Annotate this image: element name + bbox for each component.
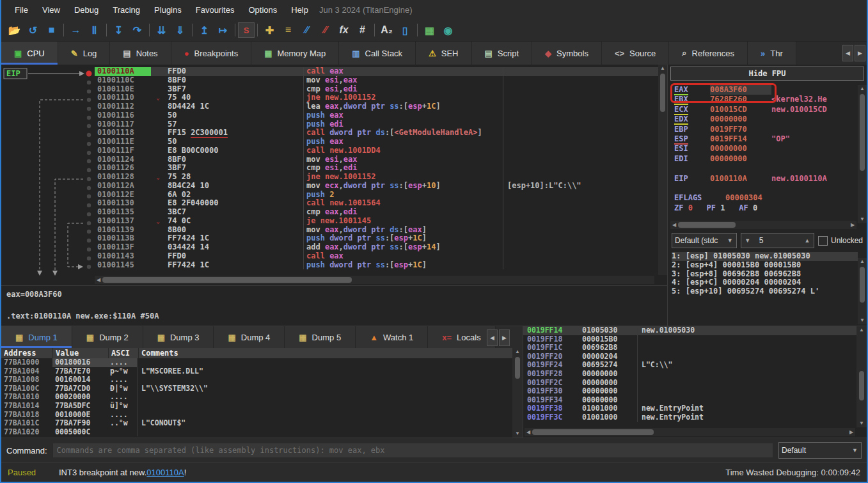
- tab-call-stack[interactable]: ▥Call Stack: [339, 42, 416, 65]
- menu-file[interactable]: File: [8, 3, 35, 17]
- arguments-list[interactable]: 1: [esp] 01005030 new.010050302: [esp+4]…: [668, 251, 867, 326]
- registers-list[interactable]: EAX008A3F60EBX7628E260<kernel32.HeECX010…: [668, 83, 867, 221]
- disasm-row[interactable]: 01001130E8 2F040000call new.1001564: [95, 199, 667, 208]
- device-icon[interactable]: ▯: [396, 22, 414, 38]
- dump-tab-watch-1[interactable]: ▲Watch 1: [356, 326, 428, 348]
- s-toggle-icon[interactable]: S: [238, 22, 255, 38]
- highlight-red-icon[interactable]: ∕∕: [316, 22, 335, 38]
- disasm-row[interactable]: 0100111E50push eax: [95, 138, 667, 146]
- highlight-blue-icon[interactable]: ∕∕: [297, 22, 316, 38]
- flag-value[interactable]: 1: [720, 203, 739, 213]
- register-row[interactable]: ESI00000000: [674, 144, 867, 154]
- register-row[interactable]: EBX7628E260<kernel32.He: [674, 95, 867, 104]
- register-value[interactable]: 008A3F60: [710, 85, 771, 95]
- stack-row[interactable]: 0019FF3C01001000new.EntryPoint: [523, 413, 867, 422]
- open-file-icon[interactable]: 📂: [5, 22, 24, 38]
- disasm-row[interactable]: 0100113BFF7424 1Cpush dword ptr ss:[esp+…: [95, 234, 667, 243]
- argument-row[interactable]: 3: [esp+8] 006962B8 006962B8: [672, 270, 858, 279]
- menu-debug[interactable]: Debug: [67, 3, 106, 17]
- tab-notes[interactable]: ▤Notes: [110, 42, 171, 65]
- register-value[interactable]: 00000000: [710, 154, 771, 164]
- dump-tab-dump-2[interactable]: ▦Dump 2: [72, 326, 143, 348]
- disasm-row[interactable]: 010011248BF0mov esi,eax: [95, 155, 667, 164]
- disassembly-listing[interactable]: 0100110AFFD0call eax0100110C8BF0mov esi,…: [95, 65, 667, 285]
- menu-favourites[interactable]: Favourites: [189, 3, 242, 17]
- step-over-icon[interactable]: ↷: [128, 22, 146, 38]
- trace-into-icon[interactable]: ⇊: [152, 22, 171, 38]
- run-to-user-code-icon[interactable]: ↦: [214, 22, 232, 38]
- register-value[interactable]: 7628E260: [710, 95, 771, 104]
- execute-till-return-icon[interactable]: ↥: [195, 22, 214, 38]
- menu-options[interactable]: Options: [241, 3, 284, 17]
- command-input[interactable]: [52, 443, 773, 458]
- stack-row[interactable]: 0019FF3000000000: [523, 387, 867, 396]
- dump-row[interactable]: 77BA101477BA5DFCü]°w: [1, 402, 523, 411]
- flag-value[interactable]: 0: [688, 203, 707, 213]
- stack-row[interactable]: 0019FF3801001000new.EntryPoint: [523, 404, 867, 413]
- comments-icon[interactable]: ≡: [279, 22, 297, 38]
- patch-icon[interactable]: ✚: [260, 22, 279, 38]
- registers-hscrollbar[interactable]: ◀ ▶: [670, 221, 856, 229]
- dump-tab-dump-5[interactable]: ▦Dump 5: [285, 326, 356, 348]
- register-value[interactable]: 0019FF14: [710, 134, 771, 144]
- argument-row[interactable]: 2: [esp+4] 000015B0 000015B0: [672, 261, 858, 270]
- disassembly-panel[interactable]: EIP: [1, 65, 667, 286]
- register-row[interactable]: ESP0019FF14"OP": [674, 134, 867, 144]
- tab-memory-map[interactable]: ▦Memory Map: [251, 42, 339, 65]
- argument-row[interactable]: 5: [esp+10] 00695274 00695274 L': [672, 287, 858, 296]
- register-row[interactable]: EBP0019FF70: [674, 125, 867, 134]
- dump-column-header[interactable]: ASCI: [109, 348, 139, 358]
- checkbox-icon[interactable]: [818, 236, 828, 246]
- unlocked-checkbox[interactable]: Unlocked: [818, 236, 863, 246]
- register-row[interactable]: EIP0100110Anew.0100110A: [674, 174, 867, 184]
- fx-icon[interactable]: fx: [335, 22, 353, 38]
- tab-cpu[interactable]: ▣CPU: [1, 42, 58, 65]
- register-row[interactable]: EDI00000000: [674, 154, 867, 164]
- register-value[interactable]: 010015CD: [710, 105, 771, 115]
- dump-tab-dump-1[interactable]: ▦Dump 1: [1, 326, 72, 348]
- disasm-row[interactable]: 01001143FFD0call eax: [95, 252, 667, 261]
- command-scope-dropdown[interactable]: Default▼: [778, 442, 862, 459]
- stack-row[interactable]: 0019FF1C006962B8: [523, 344, 867, 352]
- disasm-row[interactable]: 010011263BF7cmp esi,edi: [95, 164, 667, 173]
- disasm-row[interactable]: 0100112E6A 02push 2: [95, 191, 667, 200]
- register-row[interactable]: EFLAGS00000304: [674, 193, 867, 203]
- dump-row[interactable]: 77BA10180010000E....: [1, 411, 523, 420]
- flag-value[interactable]: 0: [753, 203, 771, 213]
- tab-thr[interactable]: »Thr: [748, 42, 796, 65]
- stack-row[interactable]: 0019FF2800000000: [523, 370, 867, 379]
- stack-row[interactable]: 0019FF18000015B0: [523, 335, 867, 344]
- registers-vscrollbar[interactable]: ▲ ▼: [858, 85, 867, 223]
- disasm-row[interactable]: 0100110C8BF0mov esi,eax: [95, 76, 667, 85]
- disasm-row[interactable]: 0100113F034424 14add eax,dword ptr ss:[e…: [95, 243, 667, 252]
- register-row[interactable]: EAX008A3F60: [674, 85, 867, 95]
- disasm-row[interactable]: 01001137⌄74 0Cje new.1001145: [95, 217, 667, 226]
- disasm-row[interactable]: 0100111757push edi: [95, 120, 667, 129]
- disasm-row[interactable]: 010011128D4424 1Clea eax,dword ptr ss:[e…: [95, 102, 667, 111]
- arguments-vscrollbar[interactable]: ▲ ▼: [858, 258, 867, 324]
- stack-row[interactable]: 0019FF3400000000: [523, 396, 867, 405]
- tab-references[interactable]: ⌕References: [669, 42, 748, 65]
- calling-convention-dropdown[interactable]: Default (stdc▼: [672, 233, 737, 248]
- hash-icon[interactable]: #: [353, 22, 372, 38]
- breakpoint-address-link[interactable]: 0100110A: [146, 468, 184, 477]
- disasm-row[interactable]: 0100111FE8 B00C0000call new.1001DD4: [95, 146, 667, 155]
- tab-script[interactable]: ▤Script: [472, 42, 533, 65]
- dump-tab-scroll-left-icon[interactable]: ◀: [487, 329, 498, 346]
- disassembly-hscrollbar[interactable]: ◀: [95, 276, 654, 284]
- dump-panel[interactable]: AddressValueASCIComments 77BA10000018001…: [1, 348, 523, 438]
- dump-row[interactable]: 77BA100000180016....: [1, 358, 523, 367]
- dump-row[interactable]: 77BA101000020000....: [1, 393, 523, 402]
- dump-row[interactable]: 77BA10200005000C: [1, 428, 523, 437]
- hide-fpu-button[interactable]: Hide FPU: [670, 67, 864, 81]
- register-value[interactable]: 00000000: [710, 115, 771, 124]
- dump-column-header[interactable]: Comments: [139, 348, 523, 358]
- menu-tracing[interactable]: Tracing: [106, 3, 147, 17]
- register-row[interactable]: ZF 0 PF 1 AF 0: [674, 203, 867, 213]
- close-icon[interactable]: ■: [42, 22, 61, 38]
- tab-scroll-left-icon[interactable]: ◀: [842, 45, 853, 61]
- step-into-icon[interactable]: ↧: [109, 22, 128, 38]
- dump-row[interactable]: 77BA100800160014....: [1, 376, 523, 384]
- run-icon[interactable]: →: [67, 22, 85, 38]
- stack-row[interactable]: 0019FF1401005030new.01005030: [523, 326, 867, 335]
